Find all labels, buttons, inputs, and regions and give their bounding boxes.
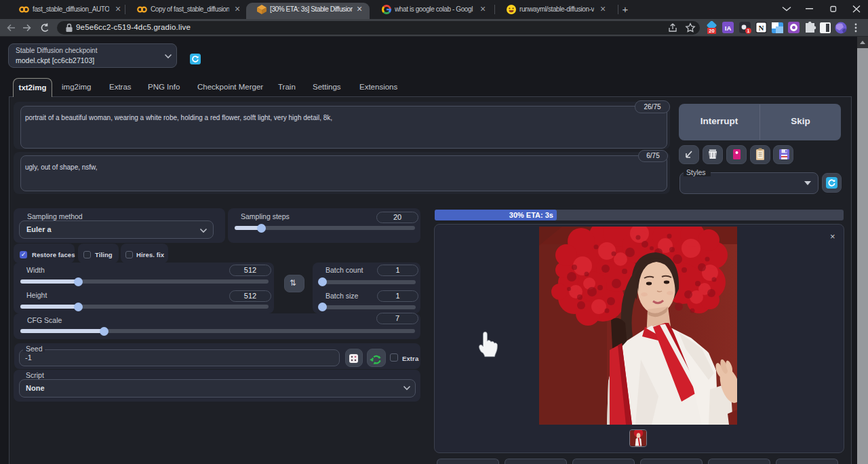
svg-text:20: 20 [709, 28, 714, 34]
svg-text:IA: IA [725, 24, 732, 32]
svg-text:1: 1 [747, 28, 750, 33]
svg-text:N: N [759, 24, 764, 32]
